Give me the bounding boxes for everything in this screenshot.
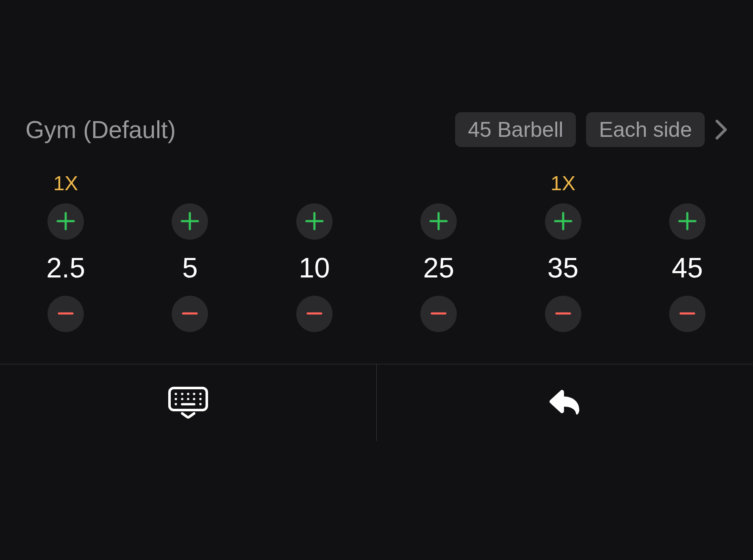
- add-plate-button[interactable]: [669, 203, 706, 240]
- svg-rect-30: [181, 403, 195, 405]
- keyboard-button[interactable]: [0, 364, 376, 441]
- add-plate-button[interactable]: [545, 203, 581, 240]
- remove-plate-button[interactable]: [172, 296, 208, 332]
- remove-plate-button[interactable]: [545, 296, 581, 332]
- minus-icon: [181, 304, 199, 324]
- svg-point-25: [181, 398, 183, 400]
- plus-icon: [553, 211, 574, 233]
- svg-point-19: [175, 393, 177, 395]
- svg-point-22: [193, 393, 195, 395]
- plate-column-25: 25: [403, 170, 475, 332]
- undo-icon: [548, 387, 582, 419]
- svg-point-31: [199, 403, 202, 405]
- svg-point-29: [175, 403, 177, 405]
- svg-point-21: [187, 393, 189, 395]
- plate-value-label: 45: [672, 251, 703, 285]
- plates-row: 1X 2.5: [0, 170, 753, 332]
- plate-value-label: 25: [423, 251, 454, 285]
- svg-point-26: [187, 398, 189, 400]
- header-right-group: 45 Barbell Each side: [455, 112, 728, 147]
- plus-icon: [428, 211, 449, 233]
- add-plate-button[interactable]: [420, 203, 457, 240]
- plate-value-label: 10: [299, 251, 330, 285]
- remove-plate-button[interactable]: [420, 296, 457, 332]
- remove-plate-button[interactable]: [296, 296, 333, 332]
- svg-point-27: [193, 398, 195, 400]
- minus-icon: [429, 304, 448, 324]
- plus-icon: [55, 211, 76, 233]
- multiplier-label: 1X: [550, 172, 575, 195]
- undo-button[interactable]: [377, 364, 753, 441]
- svg-point-20: [181, 393, 183, 395]
- add-plate-button[interactable]: [47, 203, 84, 240]
- svg-point-23: [199, 393, 202, 395]
- plate-value-label: 5: [182, 251, 198, 285]
- plus-icon: [179, 211, 200, 233]
- plate-value-label: 2.5: [46, 251, 85, 285]
- add-plate-button[interactable]: [296, 203, 333, 240]
- svg-point-28: [199, 398, 202, 400]
- multiplier-slot: 1X: [550, 170, 575, 196]
- chevron-right-icon[interactable]: [715, 119, 728, 141]
- keyboard-icon: [167, 385, 209, 420]
- minus-icon: [554, 304, 572, 324]
- multiplier-label: 1X: [53, 172, 78, 195]
- add-plate-button[interactable]: [172, 203, 208, 240]
- remove-plate-button[interactable]: [47, 296, 84, 332]
- barbell-chip[interactable]: 45 Barbell: [455, 112, 576, 147]
- minus-icon: [678, 304, 697, 324]
- plate-column-10: 10: [278, 170, 350, 332]
- plate-value-label: 35: [547, 251, 578, 285]
- plus-icon: [677, 211, 698, 233]
- plate-column-5: 5: [154, 170, 226, 332]
- plate-column-35: 1X 35: [527, 170, 599, 332]
- multiplier-slot: 1X: [53, 170, 78, 196]
- bottom-toolbar: [0, 364, 753, 441]
- plate-column-2-5: 1X 2.5: [30, 170, 102, 332]
- header-row: Gym (Default) 45 Barbell Each side: [0, 112, 753, 147]
- side-chip[interactable]: Each side: [586, 112, 705, 147]
- minus-icon: [56, 304, 75, 324]
- plus-icon: [304, 211, 325, 233]
- plate-column-45: 45: [651, 170, 723, 332]
- plate-calculator-panel: Gym (Default) 45 Barbell Each side 1X: [0, 0, 753, 441]
- svg-point-24: [175, 398, 177, 400]
- minus-icon: [305, 304, 324, 324]
- gym-title[interactable]: Gym (Default): [25, 116, 176, 144]
- remove-plate-button[interactable]: [669, 296, 706, 332]
